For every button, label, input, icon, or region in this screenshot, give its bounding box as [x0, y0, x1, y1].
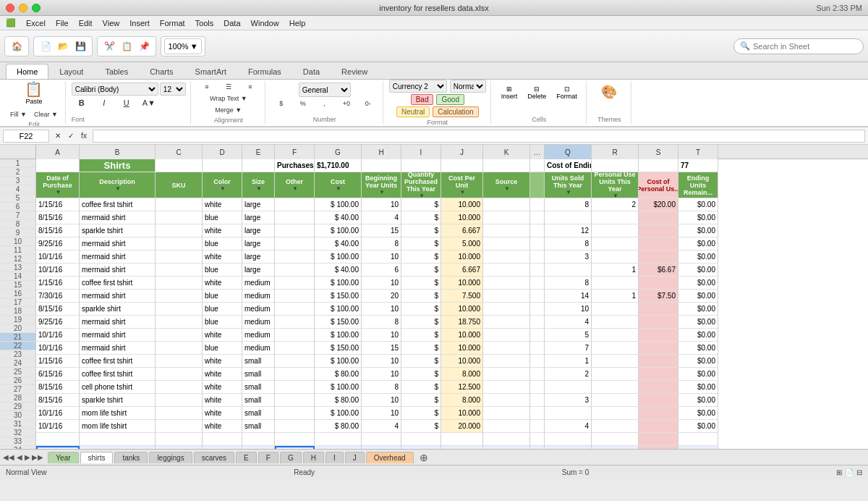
cell-E19[interactable]: small — [242, 407, 275, 420]
cell-D16[interactable]: white — [203, 368, 242, 381]
cell-A19[interactable]: 10/1/16 — [36, 407, 80, 420]
cell-J17[interactable]: 12.500 — [441, 381, 483, 394]
cell-G9[interactable]: $ 100.00 — [315, 277, 362, 290]
style-neutral-button[interactable]: Neutral — [396, 106, 430, 117]
cell-A2[interactable]: Date of Purchase ▼ — [36, 172, 80, 198]
cell-K15[interactable] — [483, 355, 530, 368]
cell-G16[interactable]: $ 80.00 — [315, 368, 362, 381]
cell-Q7[interactable]: 3 — [545, 250, 592, 264]
cell-T12[interactable]: $0.00 — [678, 316, 718, 329]
sheet-tab-overhead[interactable]: Overhead — [366, 452, 414, 463]
cell-H9[interactable]: 10 — [362, 277, 401, 290]
cell-T13[interactable]: $0.00 — [678, 329, 718, 342]
fill-button[interactable]: Fill ▼ — [7, 109, 30, 119]
cell-B7[interactable]: mermaid shirt — [80, 250, 156, 264]
cell-K5[interactable] — [483, 224, 530, 237]
cell-K20[interactable] — [483, 420, 530, 433]
menu-view[interactable]: View — [103, 19, 120, 28]
cell-C7[interactable] — [156, 250, 203, 264]
align-left-button[interactable]: ≡ — [197, 82, 217, 92]
cell-J19[interactable]: 10.000 — [441, 407, 483, 420]
cell-A22[interactable] — [36, 446, 80, 449]
cell-B3[interactable]: coffee first tshirt — [80, 198, 156, 211]
cell-C12[interactable] — [156, 316, 203, 329]
cell-F15[interactable] — [275, 355, 315, 368]
cell-F4[interactable] — [275, 211, 315, 224]
cell-B20[interactable]: mom life tshirt — [80, 420, 156, 433]
cell-H17[interactable]: 8 — [362, 381, 401, 394]
menu-data[interactable]: Data — [224, 19, 240, 28]
cell-J3[interactable]: 10.000 — [441, 198, 483, 211]
cell-E11[interactable]: medium — [242, 303, 275, 316]
menu-help[interactable]: Help — [289, 19, 306, 28]
cell-T8[interactable]: $0.00 — [678, 264, 718, 277]
cell-H6[interactable]: 8 — [362, 237, 401, 250]
sold-filter-arrow[interactable]: ▼ — [566, 189, 571, 195]
cell-D6[interactable]: blue — [203, 237, 242, 250]
cell-B5[interactable]: sparkle tshirt — [80, 224, 156, 237]
cell-S20[interactable] — [639, 420, 678, 433]
cell-E16[interactable]: small — [242, 368, 275, 381]
tab-smartart[interactable]: SmartArt — [184, 64, 237, 79]
cell-K7[interactable] — [483, 250, 530, 264]
cell-C20[interactable] — [156, 420, 203, 433]
cell-K22[interactable] — [483, 446, 530, 449]
cell-H2[interactable]: BeginningYear Units ▼ — [362, 172, 401, 198]
formula-confirm-button[interactable]: ✓ — [65, 130, 77, 142]
cell-C6[interactable] — [156, 237, 203, 250]
sheet-tab-G[interactable]: G — [280, 452, 302, 463]
cell-S16[interactable] — [639, 368, 678, 381]
cell-F12[interactable] — [275, 316, 315, 329]
cell-S12[interactable] — [639, 316, 678, 329]
col-header-H[interactable]: H — [362, 145, 401, 159]
cell-T18[interactable]: $0.00 — [678, 394, 718, 407]
sheet-tab-E[interactable]: E — [236, 452, 257, 463]
cell-F3[interactable] — [275, 198, 315, 211]
cell-A17[interactable]: 8/15/16 — [36, 381, 80, 394]
col-header-C[interactable]: C — [156, 145, 203, 159]
cell-G10[interactable]: $ 150.00 — [315, 290, 362, 303]
cell-H3[interactable]: 10 — [362, 198, 401, 211]
cell-F10[interactable] — [275, 290, 315, 303]
cell-B21[interactable] — [80, 433, 156, 446]
cell-J13[interactable]: 10.000 — [441, 329, 483, 342]
tab-review[interactable]: Review — [331, 64, 378, 79]
cell-C4[interactable] — [156, 211, 203, 224]
cell-T2[interactable]: EndingUnitsRemain... — [678, 172, 718, 198]
formula-wizard-button[interactable]: fx — [78, 130, 90, 142]
style-bad-button[interactable]: Bad — [411, 94, 434, 105]
cell-A15[interactable]: 1/15/16 — [36, 355, 80, 368]
cell-S11[interactable] — [639, 303, 678, 316]
cell-S2[interactable]: Cost ofPersonal Us... — [639, 172, 678, 198]
cell-E12[interactable]: medium — [242, 316, 275, 329]
cell-S15[interactable] — [639, 355, 678, 368]
cell-T20[interactable]: $0.00 — [678, 420, 718, 433]
cell-B16[interactable]: coffee first tshirt — [80, 368, 156, 381]
other-filter-arrow[interactable]: ▼ — [292, 185, 298, 192]
cell-E15[interactable]: small — [242, 355, 275, 368]
cell-G20[interactable]: $ 80.00 — [315, 420, 362, 433]
cell-C11[interactable] — [156, 303, 203, 316]
cell-A11[interactable]: 8/15/16 — [36, 303, 80, 316]
cell-J12[interactable]: 18.750 — [441, 316, 483, 329]
open-button[interactable]: 📂 — [54, 38, 72, 54]
insert-cells-button[interactable]: ⊞ Insert — [497, 83, 522, 103]
cell-J11[interactable]: 10.000 — [441, 303, 483, 316]
cell-I15[interactable]: $ — [401, 355, 441, 368]
cell-H15[interactable]: 10 — [362, 355, 401, 368]
cell-E14[interactable]: medium — [242, 342, 275, 355]
cell-K18[interactable] — [483, 394, 530, 407]
cell-S5[interactable] — [639, 224, 678, 237]
close-button[interactable] — [6, 4, 14, 12]
cell-Q2[interactable]: Units SoldThis Year ▼ — [545, 172, 592, 198]
cell-S10[interactable]: $7.50 — [639, 290, 678, 303]
cell-B19[interactable]: mom life tshirt — [80, 407, 156, 420]
cell-R22[interactable] — [592, 446, 639, 449]
pu-filter-arrow[interactable]: ▼ — [613, 193, 618, 198]
cell-G21[interactable] — [315, 433, 362, 446]
cell-E5[interactable]: large — [242, 224, 275, 237]
cell-T3[interactable]: $0.00 — [678, 198, 718, 211]
cell-K19[interactable] — [483, 407, 530, 420]
cell-J8[interactable]: 6.667 — [441, 264, 483, 277]
cell-C5[interactable] — [156, 224, 203, 237]
